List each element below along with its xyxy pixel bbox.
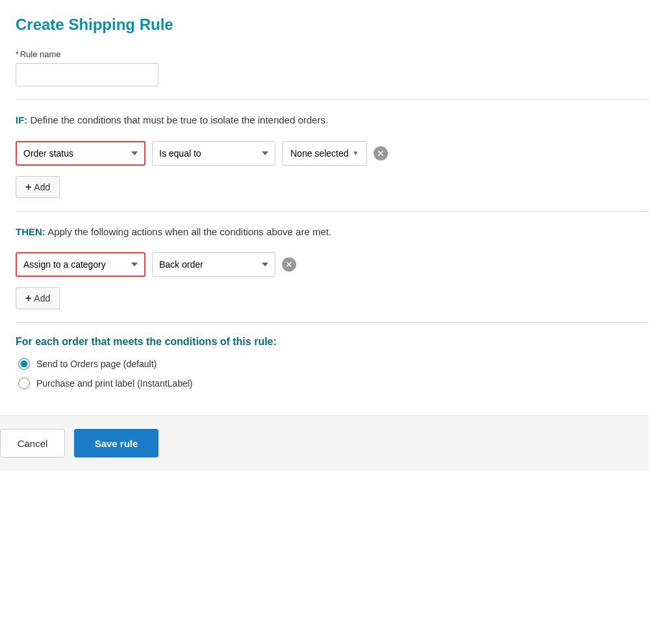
then-section-header: THEN: Apply the following actions when a… <box>16 225 648 240</box>
order-status-select[interactable]: Order status Awaiting payment Awaiting s… <box>16 141 146 166</box>
rule-name-label-text: Rule name <box>20 49 61 59</box>
none-selected-label: None selected <box>290 148 349 159</box>
then-add-row: + Add <box>16 287 648 309</box>
divider-3 <box>16 322 648 323</box>
then-add-label: Add <box>34 293 50 303</box>
if-add-button[interactable]: + Add <box>16 176 60 198</box>
radio-item-send[interactable]: Send to Orders page (default) <box>18 358 648 370</box>
radio-send-label: Send to Orders page (default) <box>36 359 157 369</box>
radio-group: Send to Orders page (default) Purchase a… <box>18 358 648 389</box>
then-description: Apply the following actions when all the… <box>47 226 331 237</box>
if-keyword: IF: <box>16 114 27 125</box>
divider-2 <box>16 211 648 212</box>
if-remove-icon: ✕ <box>377 149 385 158</box>
radio-send[interactable] <box>18 358 30 370</box>
then-keyword: THEN: <box>16 226 45 237</box>
rule-name-label: * Rule name <box>16 49 648 59</box>
radio-item-purchase[interactable]: Purchase and print label (InstantLabel) <box>18 378 648 389</box>
cancel-button[interactable]: Cancel <box>0 429 65 457</box>
divider-1 <box>16 99 648 100</box>
radio-purchase-label: Purchase and print label (InstantLabel) <box>36 378 192 389</box>
then-section-text: THEN: Apply the following actions when a… <box>16 226 331 237</box>
then-add-plus: + <box>25 292 31 304</box>
rule-name-section: * Rule name <box>16 49 648 86</box>
category-select[interactable]: Back order Awaiting payment Awaiting shi… <box>152 252 275 277</box>
operator-select[interactable]: Is equal to Is not equal to <box>152 141 275 166</box>
none-selected-button[interactable]: None selected ▼ <box>282 141 367 166</box>
required-indicator: * <box>16 50 19 59</box>
then-add-button[interactable]: + Add <box>16 287 60 309</box>
if-section-text: IF: Define the conditions that must be t… <box>16 114 328 125</box>
radio-purchase[interactable] <box>18 378 30 389</box>
footer-bar: Cancel Save rule <box>0 415 648 470</box>
then-remove-icon: ✕ <box>285 260 293 269</box>
if-condition-row: Order status Awaiting payment Awaiting s… <box>16 141 648 166</box>
for-each-title: For each order that meets the conditions… <box>16 336 648 348</box>
if-add-plus: + <box>25 181 31 193</box>
save-rule-button[interactable]: Save rule <box>74 429 159 457</box>
then-remove-button[interactable]: ✕ <box>282 257 296 272</box>
if-section-header: IF: Define the conditions that must be t… <box>16 113 648 128</box>
if-add-row: + Add <box>16 176 648 198</box>
if-add-label: Add <box>34 182 50 192</box>
page-title: Create Shipping Rule <box>16 16 648 34</box>
none-selected-arrow: ▼ <box>353 149 359 157</box>
action-select[interactable]: Assign to a category Send to folder Assi… <box>16 252 146 277</box>
if-description: Define the conditions that must be true … <box>31 114 329 125</box>
for-each-section: For each order that meets the conditions… <box>16 336 648 389</box>
if-remove-button[interactable]: ✕ <box>374 146 388 161</box>
then-action-row: Assign to a category Send to folder Assi… <box>16 252 648 277</box>
rule-name-input[interactable] <box>16 63 159 86</box>
